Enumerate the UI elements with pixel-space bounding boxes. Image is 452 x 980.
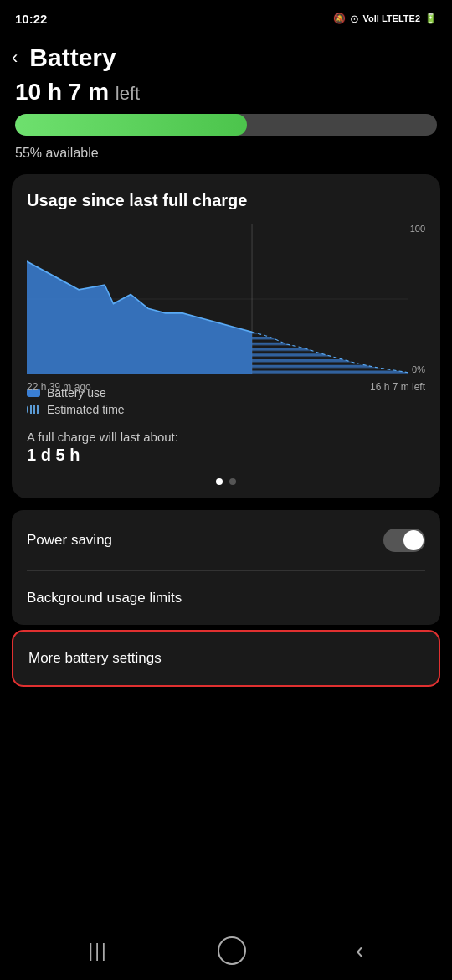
- battery-percentage-label: 55% available: [0, 141, 452, 161]
- power-saving-toggle[interactable]: [383, 529, 425, 552]
- toggle-knob: [403, 530, 424, 550]
- chart-label-right: 16 h 7 m left: [370, 381, 425, 393]
- full-charge-label: A full charge will last about:: [27, 430, 425, 444]
- power-saving-item[interactable]: Power saving: [12, 510, 440, 570]
- dot-2: [229, 478, 236, 485]
- chart-label-left: 22 h 39 m ago: [27, 381, 91, 393]
- back-nav-button[interactable]: ‹: [356, 937, 363, 964]
- more-battery-settings-label: More battery settings: [28, 650, 162, 667]
- home-button[interactable]: [218, 936, 246, 965]
- chart-y-max-label: 100: [410, 224, 425, 234]
- battery-time-suffix: left: [116, 83, 140, 104]
- battery-time-remaining: 10 h 7 m left: [0, 79, 452, 106]
- power-saving-group: Power saving Background usage limits: [12, 510, 440, 625]
- legend-estimated-time-label: Estimated time: [47, 403, 125, 416]
- battery-time-value: 10 h 7 m: [15, 79, 109, 105]
- legend-estimated-time-icon: [27, 405, 40, 414]
- status-time: 10:22: [15, 12, 47, 26]
- power-saving-label: Power saving: [27, 532, 112, 549]
- settings-section: Power saving Background usage limits Mor…: [12, 510, 440, 687]
- pagination-dots: [27, 478, 425, 485]
- status-icons: 🔕 ⊙ Voll LTELTE2 🔋: [333, 13, 437, 25]
- legend-estimated-time: Estimated time: [27, 403, 425, 416]
- chart-svg: [27, 224, 425, 374]
- recent-apps-button[interactable]: |||: [89, 940, 108, 962]
- background-usage-item[interactable]: Background usage limits: [12, 571, 440, 625]
- battery-bar-background: [15, 114, 437, 136]
- page-header: ‹ Battery: [0, 34, 452, 79]
- status-bar: 10:22 🔕 ⊙ Voll LTELTE2 🔋: [0, 0, 452, 34]
- chart-time-labels: 22 h 39 m ago 16 h 7 m left: [27, 381, 425, 393]
- page-title: Battery: [29, 44, 116, 72]
- full-charge-value: 1 d 5 h: [27, 446, 425, 465]
- signal-icon: Voll LTELTE2: [363, 13, 420, 23]
- back-button[interactable]: ‹: [12, 47, 18, 69]
- more-battery-settings-item[interactable]: More battery settings: [12, 630, 440, 687]
- svg-marker-4: [27, 261, 252, 374]
- svg-marker-6: [252, 332, 408, 374]
- battery-bar-container: [0, 106, 452, 141]
- usage-card: Usage since last full charge 100 0%: [12, 174, 440, 498]
- battery-bar-fill: [15, 114, 247, 136]
- full-charge-info: A full charge will last about: 1 d 5 h: [27, 430, 425, 465]
- background-usage-label: Background usage limits: [27, 590, 182, 606]
- usage-card-title: Usage since last full charge: [27, 191, 425, 210]
- battery-icon: 🔋: [424, 13, 437, 24]
- bottom-nav: ||| ‹: [0, 921, 452, 980]
- chart-y-min-label: 0%: [412, 364, 425, 374]
- wifi-icon: ⊙: [350, 13, 359, 25]
- dot-1: [216, 478, 223, 485]
- battery-chart: 100 0% 22 h 39 m ago 16 h: [27, 224, 425, 374]
- mute-icon: 🔕: [333, 13, 346, 24]
